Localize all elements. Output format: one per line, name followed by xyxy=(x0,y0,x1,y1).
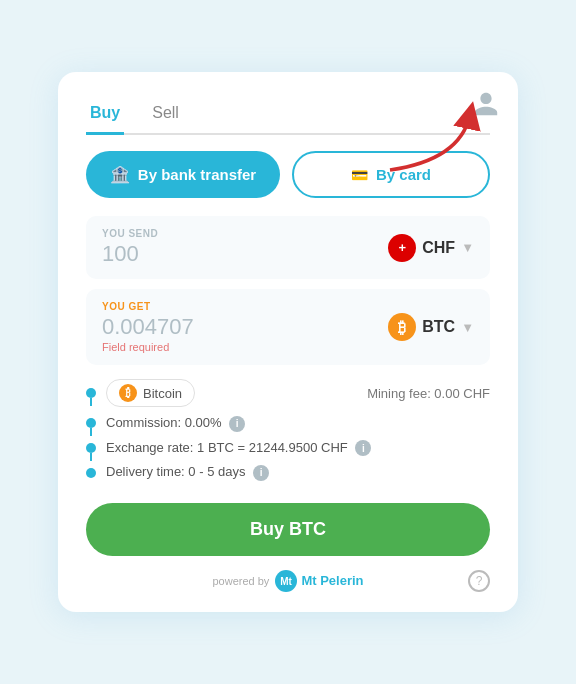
bitcoin-chip-icon: ₿ xyxy=(119,384,137,402)
dot-commission xyxy=(86,418,96,428)
get-chevron-icon: ▼ xyxy=(461,320,474,335)
line-connector-3 xyxy=(90,453,92,461)
bank-transfer-button[interactable]: 🏦 By bank transfer xyxy=(86,151,280,198)
send-currency: CHF xyxy=(422,239,455,257)
powered-by-text: powered by xyxy=(213,575,270,587)
profile-icon[interactable] xyxy=(472,90,500,118)
delivery-info-icon[interactable]: i xyxy=(253,465,269,481)
bitcoin-name: Bitcoin xyxy=(143,386,182,401)
send-value[interactable]: 100 xyxy=(102,241,158,267)
pelerin-logo-icon: Mt xyxy=(275,570,297,592)
help-icon[interactable]: ? xyxy=(468,570,490,592)
field-required: Field required xyxy=(102,341,194,353)
bitcoin-row: ₿ Bitcoin Mining fee: 0.00 CHF xyxy=(86,379,490,407)
dot-delivery xyxy=(86,468,96,478)
delivery-row: Delivery time: 0 - 5 days i xyxy=(86,464,490,481)
send-label: YOU SEND xyxy=(102,228,158,239)
footer: powered by Mt Mt Pelerin ? xyxy=(86,570,490,592)
chf-flag: + xyxy=(388,234,416,262)
get-section: YOU GET 0.004707 Field required ₿ BTC ▼ xyxy=(86,289,490,365)
commission-row: Commission: 0.00% i xyxy=(86,415,490,432)
send-chevron-icon: ▼ xyxy=(461,240,474,255)
mining-fee: Mining fee: 0.00 CHF xyxy=(367,386,490,401)
tabs: Buy Sell xyxy=(86,96,490,135)
get-value[interactable]: 0.004707 xyxy=(102,314,194,340)
get-currency: BTC xyxy=(422,318,455,336)
pelerin-logo: Mt Mt Pelerin xyxy=(275,570,363,592)
pelerin-text: Mt Pelerin xyxy=(301,573,363,588)
tab-buy[interactable]: Buy xyxy=(86,96,124,135)
payment-methods: 🏦 By bank transfer 💳 By card xyxy=(86,151,490,198)
get-input-group: YOU GET 0.004707 Field required xyxy=(102,301,194,353)
send-input-group: YOU SEND 100 xyxy=(102,228,158,267)
profile-icon-wrap xyxy=(472,90,500,122)
send-currency-select[interactable]: + CHF ▼ xyxy=(388,234,474,262)
card-button[interactable]: 💳 By card xyxy=(292,151,490,198)
line-connector xyxy=(90,398,92,406)
buy-button[interactable]: Buy BTC xyxy=(86,503,490,556)
btc-flag: ₿ xyxy=(388,313,416,341)
commission-info-icon[interactable]: i xyxy=(229,416,245,432)
dot-bitcoin xyxy=(86,388,96,398)
tab-sell[interactable]: Sell xyxy=(148,96,183,135)
exchange-info-icon[interactable]: i xyxy=(355,440,371,456)
info-section: ₿ Bitcoin Mining fee: 0.00 CHF Commissio… xyxy=(86,379,490,481)
main-card: Buy Sell 🏦 By bank transfer 💳 By card YO… xyxy=(58,72,518,612)
get-label: YOU GET xyxy=(102,301,194,312)
line-connector-2 xyxy=(90,428,92,436)
get-currency-select[interactable]: ₿ BTC ▼ xyxy=(388,313,474,341)
exchange-text: Exchange rate: 1 BTC = 21244.9500 CHF i xyxy=(106,440,371,457)
bitcoin-chip[interactable]: ₿ Bitcoin xyxy=(106,379,195,407)
commission-text: Commission: 0.00% i xyxy=(106,415,245,432)
svg-text:Mt: Mt xyxy=(281,576,293,587)
exchange-row: Exchange rate: 1 BTC = 21244.9500 CHF i xyxy=(86,440,490,457)
bank-label: By bank transfer xyxy=(138,166,256,183)
send-section: YOU SEND 100 + CHF ▼ xyxy=(86,216,490,279)
card-label: By card xyxy=(376,166,431,183)
dot-exchange xyxy=(86,443,96,453)
card-icon: 💳 xyxy=(351,167,368,183)
delivery-text: Delivery time: 0 - 5 days i xyxy=(106,464,269,481)
bank-icon: 🏦 xyxy=(110,165,130,184)
